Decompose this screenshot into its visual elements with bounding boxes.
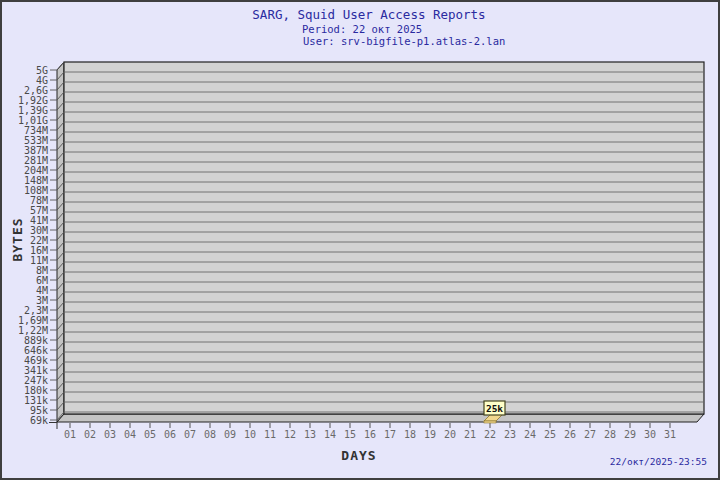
x-tick-label: 31 <box>664 429 676 440</box>
x-tick-label: 09 <box>224 429 236 440</box>
x-tick-label: 15 <box>344 429 356 440</box>
x-tick-label: 22 <box>484 429 496 440</box>
x-tick-label: 27 <box>584 429 596 440</box>
x-tick-label: 19 <box>424 429 436 440</box>
x-tick-label: 16 <box>364 429 376 440</box>
x-tick-label: 21 <box>464 429 476 440</box>
x-tick-label: 28 <box>604 429 616 440</box>
x-tick-label: 18 <box>404 429 416 440</box>
x-tick-label: 06 <box>164 429 176 440</box>
x-tick-label: 25 <box>544 429 556 440</box>
x-tick-label: 02 <box>84 429 96 440</box>
bar-front-face <box>484 421 496 423</box>
x-tick-label: 11 <box>264 429 276 440</box>
sarg-report-graph-window: SARG, Squid User Access Reports Period: … <box>0 0 720 480</box>
x-tick-label: 29 <box>624 429 636 440</box>
x-tick-label: 12 <box>284 429 296 440</box>
bytes-per-day-chart: 5G4G2,6G1,92G1,39G1,01G734M533M387M281M2… <box>2 2 720 480</box>
x-axis-ticks: 0102030405060708091011121314151617181920… <box>64 423 676 440</box>
x-tick-label: 07 <box>184 429 196 440</box>
floor <box>57 414 704 422</box>
x-tick-label: 24 <box>524 429 536 440</box>
x-tick-label: 10 <box>244 429 256 440</box>
x-tick-label: 08 <box>204 429 216 440</box>
x-tick-label: 01 <box>64 429 76 440</box>
x-tick-label: 14 <box>324 429 336 440</box>
bar-value-label: 25k <box>486 403 503 414</box>
x-tick-label: 23 <box>504 429 516 440</box>
x-tick-label: 30 <box>644 429 656 440</box>
x-tick-label: 05 <box>144 429 156 440</box>
x-tick-label: 04 <box>124 429 136 440</box>
y-axis-title: BYTES <box>10 216 25 264</box>
x-tick-label: 03 <box>104 429 116 440</box>
x-tick-label: 20 <box>444 429 456 440</box>
report-timestamp: 22/окт/2025-23:55 <box>610 456 707 467</box>
x-tick-label: 13 <box>304 429 316 440</box>
plot-wall <box>64 62 704 414</box>
x-tick-label: 26 <box>564 429 576 440</box>
x-tick-label: 17 <box>384 429 396 440</box>
y-tick-label: 69k <box>30 415 48 426</box>
